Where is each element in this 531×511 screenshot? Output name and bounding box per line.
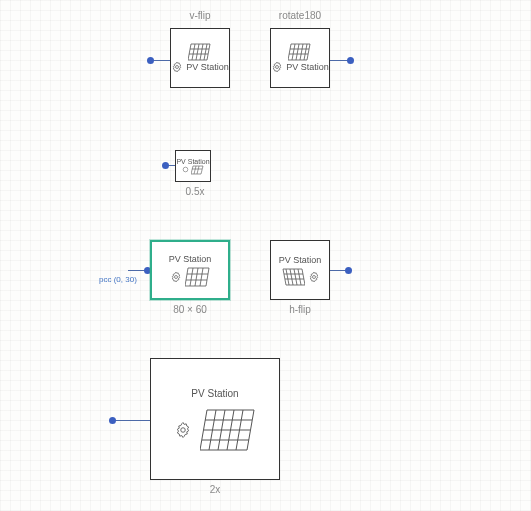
- caption-halfx: 0.5x: [175, 186, 215, 197]
- gear-icon: [271, 61, 283, 73]
- pv-station-block-hflip[interactable]: PV Station: [270, 240, 330, 300]
- gear-icon: [171, 61, 183, 73]
- svg-point-3: [174, 275, 177, 278]
- svg-point-4: [312, 275, 315, 278]
- gear-icon: [182, 166, 189, 173]
- caption-selected: 80 × 60: [150, 304, 230, 315]
- solar-panel-icon: [188, 43, 212, 61]
- caption-rotate180: rotate180: [270, 10, 330, 21]
- pv-station-block-halfx[interactable]: PV Station: [175, 150, 211, 182]
- caption-vflip: v-flip: [170, 10, 230, 21]
- pv-station-block-vflip[interactable]: PV Station: [170, 28, 230, 88]
- pv-station-block-rotate180[interactable]: PV Station: [270, 28, 330, 88]
- solar-panel-icon: [185, 267, 211, 287]
- annotation-pcc: pcc (0, 30): [99, 275, 137, 284]
- gear-icon: [174, 421, 192, 439]
- caption-hflip: h-flip: [270, 304, 330, 315]
- gear-icon: [170, 271, 182, 283]
- svg-point-1: [276, 66, 279, 69]
- port[interactable]: [345, 267, 352, 274]
- block-title: PV Station: [176, 158, 209, 165]
- port[interactable]: [109, 417, 116, 424]
- solar-panel-icon: [288, 43, 312, 61]
- port[interactable]: [147, 57, 154, 64]
- block-title: PV Station: [186, 62, 229, 72]
- solar-panel-icon: [191, 165, 204, 175]
- pv-station-block-twox[interactable]: PV Station: [150, 358, 280, 480]
- block-title: PV Station: [169, 254, 212, 264]
- pv-station-block-selected[interactable]: PV Station: [150, 240, 230, 300]
- solar-panel-icon: [200, 409, 256, 451]
- svg-point-5: [181, 427, 186, 432]
- solar-panel-icon: [281, 268, 305, 286]
- port[interactable]: [347, 57, 354, 64]
- caption-twox: 2x: [150, 484, 280, 495]
- svg-point-0: [176, 66, 179, 69]
- block-title: PV Station: [279, 255, 322, 265]
- block-title: PV Station: [286, 62, 329, 72]
- svg-point-2: [183, 167, 188, 172]
- port[interactable]: [162, 162, 169, 169]
- wire: [112, 420, 150, 421]
- diagram-canvas[interactable]: v-flip PV Station rotate180: [0, 0, 531, 511]
- gear-icon: [308, 271, 320, 283]
- block-title: PV Station: [191, 388, 238, 399]
